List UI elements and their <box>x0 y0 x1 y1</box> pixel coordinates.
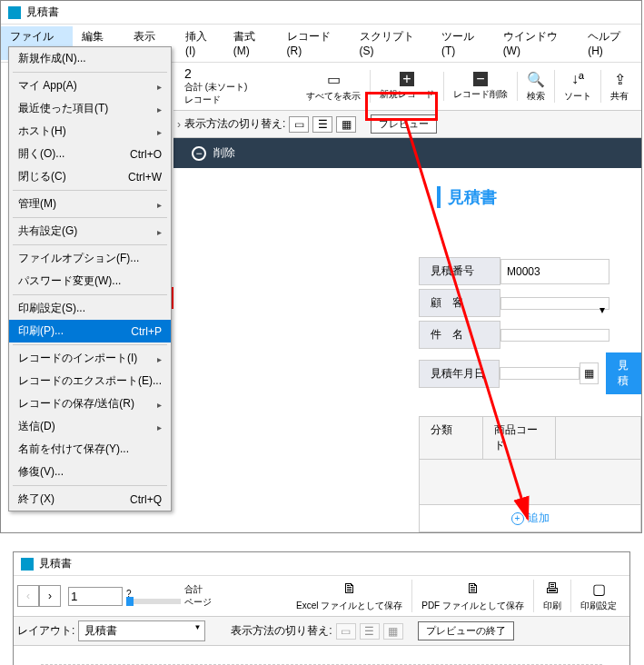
subject-field[interactable] <box>500 329 609 342</box>
menu-item[interactable]: ホスト(H) <box>9 120 171 143</box>
app-icon <box>8 6 21 19</box>
menu-tool[interactable]: ツール(T) <box>432 26 494 60</box>
customer-label: 顧 客 <box>419 289 500 317</box>
page-slider[interactable] <box>126 599 181 604</box>
show-all-button[interactable]: ▭ すべてを表示 <box>297 70 371 103</box>
menu-item[interactable]: 送信(D) <box>9 415 171 438</box>
calendar-icon[interactable]: ▦ <box>580 362 599 384</box>
view-form-button-2[interactable]: ▭ <box>336 623 356 640</box>
view-list-button-2[interactable]: ☰ <box>360 623 380 640</box>
sort-button[interactable]: ↓ª ソート <box>555 70 601 103</box>
menu-item[interactable]: 管理(M) <box>9 193 171 215</box>
date-label: 見積年月日 <box>419 360 500 388</box>
layout-select[interactable]: 見積書 <box>78 620 205 641</box>
add-button[interactable]: + 追加 <box>419 505 641 532</box>
window-title: 見積書 <box>26 5 59 20</box>
delete-record-button[interactable]: − レコード削除 <box>444 72 518 101</box>
record-count: 2 <box>184 66 247 81</box>
menu-item[interactable]: ファイルオプション(F)... <box>9 247 171 270</box>
subject-label: 件 名 <box>419 321 500 349</box>
pdf-icon: 🗎 <box>464 580 482 598</box>
menu-item[interactable]: マイ App(A) <box>9 74 171 97</box>
record-label: レコード <box>184 94 247 106</box>
total-label: 合計 <box>184 583 212 596</box>
menu-script[interactable]: スクリプト(S) <box>351 26 432 60</box>
excel-icon: 🗎 <box>341 580 359 598</box>
plus-icon: + <box>400 72 414 86</box>
section-title: 見積書 <box>437 186 641 208</box>
next-page-button[interactable]: › <box>39 585 61 607</box>
menu-item[interactable]: レコードの保存/送信(R) <box>9 392 171 415</box>
sort-icon: ↓ª <box>569 70 587 88</box>
end-preview-button[interactable]: プレビューの終了 <box>418 621 514 640</box>
save-excel-button[interactable]: 🗎 Excel ファイルとして保存 <box>287 580 412 612</box>
menu-help[interactable]: ヘルプ(H) <box>579 26 641 60</box>
estimate-no-label: 見積番号 <box>419 257 500 285</box>
menu-item[interactable]: 最近使った項目(T) <box>9 97 171 120</box>
save-pdf-button[interactable]: 🗎 PDF ファイルとして保存 <box>412 580 534 612</box>
file-dropdown: 新規作成(N)...マイ App(A)最近使った項目(T)ホスト(H)開く(O)… <box>8 46 172 511</box>
estimate-no-field[interactable]: M0003 <box>500 259 609 284</box>
unknown-pages: ? <box>126 589 181 599</box>
record-status: 合計 (未ソート) <box>184 81 247 94</box>
share-icon: ⇪ <box>610 70 629 88</box>
new-record-button[interactable]: + 新規レコード <box>371 72 444 101</box>
view-switch-label: 表示方法の切り替え: <box>184 116 285 132</box>
date-field[interactable] <box>500 367 580 380</box>
menu-item[interactable]: レコードのインポート(I) <box>9 347 171 370</box>
titlebar-2: 見積書 <box>14 552 629 576</box>
chevron-right-icon[interactable]: › <box>177 118 181 131</box>
minus-icon: − <box>473 72 488 86</box>
date-extra-label: 見積 <box>606 352 641 394</box>
th-code: 商品コード <box>483 417 556 459</box>
view-table-button-2[interactable]: ▦ <box>383 623 403 640</box>
menu-window[interactable]: ウインドウ(W) <box>494 26 580 60</box>
menu-item[interactable]: パスワード変更(W)... <box>9 270 171 293</box>
menu-format[interactable]: 書式(M) <box>224 26 278 60</box>
search-icon: 🔍 <box>527 70 545 88</box>
preview-button[interactable]: プレビュー <box>371 114 437 134</box>
menu-insert[interactable]: 挿入(I) <box>176 26 224 60</box>
prev-page-button[interactable]: ‹ <box>17 585 39 607</box>
print-button[interactable]: 🖶 印刷 <box>534 580 571 612</box>
share-button[interactable]: ⇪ 共有 <box>601 70 638 103</box>
view-form-button[interactable]: ▭ <box>289 116 309 133</box>
th-category: 分類 <box>420 417 483 459</box>
layout-label: レイアウト: <box>17 623 74 639</box>
view-list-button[interactable]: ☰ <box>312 116 332 133</box>
menu-item[interactable]: 共有設定(G) <box>9 220 171 243</box>
menu-item[interactable]: 印刷設定(S)... <box>9 297 171 320</box>
print-settings-icon: ▢ <box>590 580 608 598</box>
plus-circle-icon: + <box>511 512 524 525</box>
menu-item[interactable]: 名前を付けて保存(Y)... <box>9 438 171 461</box>
delete-label: 削除 <box>213 145 235 161</box>
menu-item[interactable]: 開く(O)...Ctrl+O <box>9 143 171 165</box>
menu-item[interactable]: 閉じる(C)Ctrl+W <box>9 165 171 188</box>
window-title-2: 見積書 <box>39 556 72 571</box>
menu-record[interactable]: レコード(R) <box>278 26 351 60</box>
menu-item[interactable]: 終了(X)Ctrl+Q <box>9 488 171 511</box>
titlebar: 見積書 <box>1 1 641 25</box>
search-button[interactable]: 🔍 検索 <box>518 70 555 103</box>
delete-icon[interactable]: − <box>192 146 206 161</box>
page-label: ページ <box>184 596 212 609</box>
page-input[interactable] <box>68 587 123 606</box>
view-switch-label-2: 表示方法の切り替え: <box>231 623 332 639</box>
menu-item[interactable]: 修復(V)... <box>9 461 171 483</box>
view-table-button[interactable]: ▦ <box>336 116 356 133</box>
app-icon-2 <box>21 558 34 571</box>
menu-item[interactable]: レコードのエクスポート(E)... <box>9 370 171 392</box>
printer-icon: 🖶 <box>543 580 561 598</box>
customer-field[interactable]: ▾ <box>500 297 609 310</box>
print-settings-button[interactable]: ▢ 印刷設定 <box>571 580 626 612</box>
show-all-icon: ▭ <box>324 70 342 88</box>
menu-item[interactable]: 新規作成(N)... <box>9 47 171 70</box>
menu-item[interactable]: 印刷(P)...Ctrl+P <box>9 320 171 342</box>
